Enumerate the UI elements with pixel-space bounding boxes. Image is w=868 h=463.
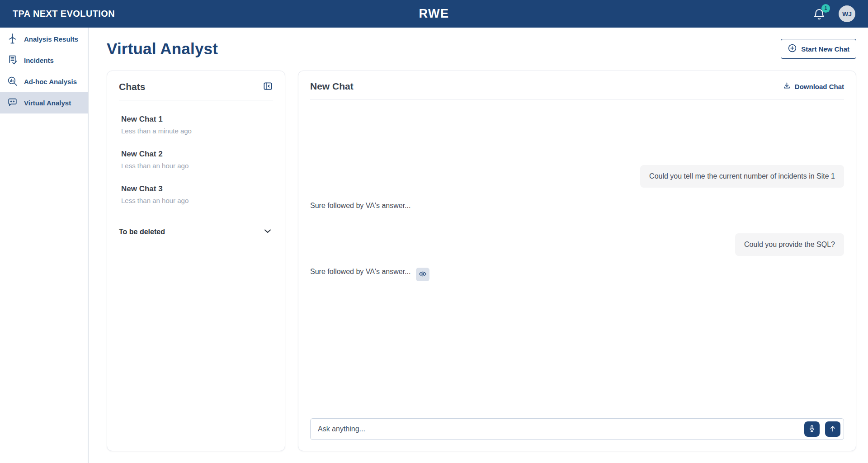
chat-item-timestamp: Less than an hour ago — [121, 197, 273, 204]
chats-panel: Chats New Chat 1 — [107, 71, 285, 451]
chats-panel-divider — [119, 100, 273, 100]
plus-circle-icon — [788, 43, 797, 54]
start-new-chat-button[interactable]: Start New Chat — [781, 39, 856, 59]
arrow-up-icon — [829, 425, 837, 434]
sidebar-item-label: Virtual Analyst — [24, 99, 71, 107]
chat-input[interactable] — [310, 418, 844, 440]
chat-list: New Chat 1 Less than a minute ago New Ch… — [119, 115, 273, 219]
chat-item-title: New Chat 2 — [121, 150, 273, 159]
user-message: Could you provide the SQL? — [735, 233, 844, 256]
start-new-chat-label: Start New Chat — [801, 45, 849, 53]
avatar[interactable]: WJ — [839, 5, 855, 22]
main-content: Virtual Analyst Start New Chat Chats — [89, 28, 868, 463]
bell-icon — [812, 14, 826, 22]
notification-count-badge: 1 — [821, 4, 830, 13]
sidebar-item-label: Incidents — [24, 57, 54, 64]
assistant-message-row: Sure followed by VA's answer... — [310, 268, 429, 281]
chat-list-item[interactable]: New Chat 1 Less than a minute ago — [121, 115, 273, 135]
app-title: TPA NEXT EVOLUTION — [13, 9, 115, 19]
to-be-deleted-label: To be deleted — [119, 228, 165, 236]
page-layout: Analysis Results Incidents — [0, 28, 868, 463]
page-title: Virtual Analyst — [107, 40, 218, 58]
chats-panel-header: Chats — [119, 81, 273, 93]
assistant-message: Sure followed by VA's answer... — [310, 268, 410, 276]
panel-collapse-icon — [263, 81, 273, 93]
voice-input-button[interactable] — [804, 421, 820, 437]
rwe-logo: RWE — [419, 7, 449, 21]
sidebar-item-label: Analysis Results — [24, 35, 78, 43]
sidebar-item-analysis-results[interactable]: Analysis Results — [0, 28, 88, 50]
download-chat-label: Download Chat — [795, 83, 844, 90]
incident-document-icon — [7, 54, 18, 67]
assistant-message: Sure followed by VA's answer... — [310, 202, 410, 210]
chat-list-item[interactable]: New Chat 3 Less than an hour ago — [121, 184, 273, 204]
chat-list-item[interactable]: New Chat 2 Less than an hour ago — [121, 150, 273, 170]
chat-item-timestamp: Less than a minute ago — [121, 127, 273, 135]
message-area: Could you tell me the current number of … — [310, 99, 844, 440]
chat-item-timestamp: Less than an hour ago — [121, 162, 273, 170]
chat-item-title: New Chat 3 — [121, 184, 273, 194]
top-bar: TPA NEXT EVOLUTION RWE 1 WJ — [0, 0, 868, 28]
sidebar-item-adhoc-analysis[interactable]: Ad-hoc Analysis — [0, 71, 88, 92]
chat-item-title: New Chat 1 — [121, 115, 273, 124]
chat-input-row — [310, 418, 844, 440]
collapse-panel-button[interactable] — [263, 81, 273, 93]
download-icon — [783, 81, 791, 91]
to-be-deleted-toggle[interactable]: To be deleted — [119, 226, 273, 243]
magnifier-chart-icon — [7, 76, 18, 88]
chevron-down-icon — [262, 226, 273, 238]
chats-panel-title: Chats — [119, 81, 145, 92]
chat-bubble-icon — [7, 97, 18, 109]
sidebar-item-incidents[interactable]: Incidents — [0, 50, 88, 71]
page-header-row: Virtual Analyst Start New Chat — [107, 39, 856, 59]
notifications-button[interactable]: 1 — [812, 7, 826, 21]
topbar-right-group: 1 WJ — [812, 5, 855, 22]
cards-row: Chats New Chat 1 — [107, 71, 856, 451]
eye-icon — [419, 270, 427, 279]
user-message: Could you tell me the current number of … — [640, 165, 844, 188]
input-buttons — [804, 421, 840, 437]
microphone-icon — [808, 425, 816, 434]
download-chat-button[interactable]: Download Chat — [783, 81, 844, 91]
sidebar: Analysis Results Incidents — [0, 28, 89, 463]
sidebar-item-virtual-analyst[interactable]: Virtual Analyst — [0, 92, 88, 113]
chat-panel-title: New Chat — [310, 81, 354, 92]
sidebar-item-label: Ad-hoc Analysis — [24, 78, 77, 85]
chat-panel: New Chat Download Chat — [298, 71, 856, 451]
wind-turbine-icon — [7, 33, 18, 46]
send-button[interactable] — [825, 421, 840, 437]
chat-panel-header: New Chat Download Chat — [310, 81, 844, 92]
view-sql-button[interactable] — [416, 268, 429, 281]
